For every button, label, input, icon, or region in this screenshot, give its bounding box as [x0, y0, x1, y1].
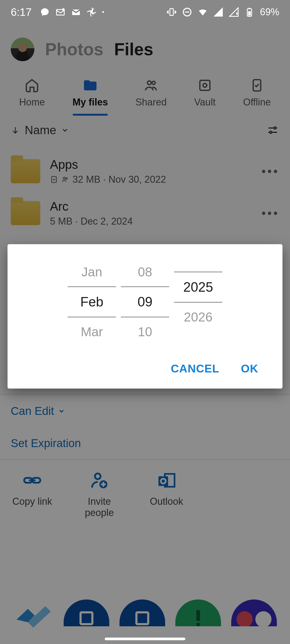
- wifi-icon: [198, 7, 208, 17]
- battery-text: 69%: [260, 6, 279, 18]
- wheel-selected: 09: [121, 286, 169, 317]
- nav-handle[interactable]: [105, 638, 185, 640]
- year-wheel[interactable]: 2025 2026: [174, 258, 222, 346]
- status-time: 6:17: [11, 6, 32, 18]
- signal-alert-icon: [229, 7, 239, 17]
- wheel-next: 2026: [174, 303, 222, 331]
- wheel-selected: 2025: [174, 272, 222, 303]
- mail-icon: [71, 7, 81, 17]
- svg-rect-23: [248, 11, 251, 16]
- cancel-button[interactable]: CANCEL: [171, 362, 219, 375]
- wheel-prev: 08: [121, 258, 169, 286]
- day-wheel[interactable]: 08 09 10: [121, 258, 169, 346]
- screen: Photos Files Home My files Shared Vault …: [0, 0, 290, 644]
- dot-icon: •: [102, 8, 104, 16]
- dnd-icon: [182, 7, 192, 17]
- svg-rect-24: [249, 8, 250, 9]
- svg-point-18: [62, 8, 65, 11]
- svg-rect-20: [170, 9, 173, 15]
- wheel-next: Mar: [68, 317, 116, 346]
- chat-icon: [40, 7, 50, 17]
- pinwheel-icon: [86, 7, 97, 17]
- vibrate-icon: [166, 7, 177, 17]
- date-picker-dialog: Jan Feb Mar 08 09 10 2025 2026 CANCEL OK: [8, 244, 282, 389]
- month-wheel[interactable]: Jan Feb Mar: [68, 258, 116, 346]
- wheel-next: 10: [121, 317, 169, 346]
- wheel-prev: Jan: [68, 258, 116, 286]
- battery-icon: [244, 7, 255, 17]
- mail-notif-icon: [55, 7, 66, 17]
- signal-icon: [213, 7, 223, 17]
- wheel-selected: Feb: [68, 286, 116, 317]
- ok-button[interactable]: OK: [241, 362, 258, 375]
- status-bar: 6:17 • 69%: [0, 0, 290, 24]
